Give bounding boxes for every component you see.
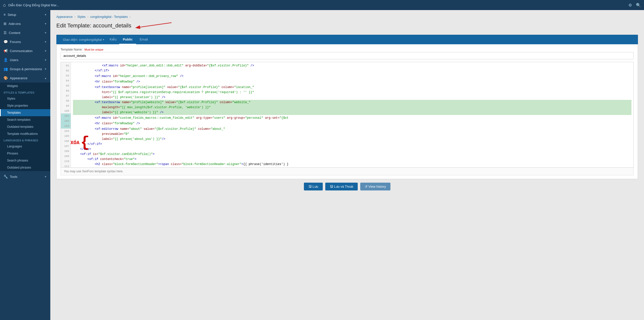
- sidebar-item-tools[interactable]: 🔧Tools ▼: [0, 172, 50, 181]
- search-icon[interactable]: 🔍: [636, 3, 641, 8]
- save-exit-button[interactable]: 🖫 Lưu và Thoát: [325, 183, 358, 190]
- page-title: Edit Template: account_details: [56, 22, 131, 29]
- sidebar-item-search-phrases[interactable]: Search phrases: [0, 157, 50, 164]
- template-name-input[interactable]: [61, 52, 634, 59]
- code-line: <xf:editorrow name="about" value="{$xf.v…: [73, 127, 631, 132]
- appearance-icon: 🎨: [4, 76, 8, 80]
- code-line: <hr class="formRowSep" />: [73, 121, 631, 126]
- code-line: <xf:macro id="custom_fields_macros::cust…: [73, 115, 631, 121]
- chevron-icon: ▼: [44, 50, 47, 52]
- sidebar-item-users[interactable]: 👤Users ▼: [0, 55, 50, 64]
- hint-text: You may use XenForo template syntax here…: [61, 168, 634, 175]
- code-content[interactable]: <xf:macro id="helper_user_dob_edit::dob_…: [71, 62, 633, 167]
- code-line: <div class="block-body">: [73, 167, 631, 167]
- logo-icon: ⌂: [3, 3, 6, 8]
- template-name-row: Template Name: Must be unique: [61, 48, 634, 59]
- view-history-button[interactable]: ↺ View history: [360, 183, 390, 190]
- top-icons: ⚙ 🔍: [628, 3, 641, 8]
- form-container: Template Name: Must be unique XÓA { 9192…: [56, 44, 638, 179]
- tab-interface[interactable]: Giao diện: congdongdigital ▾: [59, 35, 108, 44]
- arrow-annotation: [134, 21, 174, 31]
- code-lines: 9192939495 96979899100 101 102 103 10410…: [61, 62, 633, 167]
- code-line: maxlength="{{ max_length($xf.visitor.Pro…: [73, 105, 631, 110]
- content-area: Appearance › Styles › congdongdigital - …: [50, 10, 644, 320]
- sidebar-item-outdated-phrases[interactable]: Outdated phrases: [0, 164, 50, 171]
- code-line: <xf:macro id="helper_account::dob_privac…: [73, 74, 631, 79]
- chevron-icon: ▼: [44, 22, 47, 25]
- tab-public[interactable]: Public: [119, 35, 136, 44]
- groups-icon: 👥: [4, 67, 8, 71]
- sidebar-item-content[interactable]: ☰Content ▼: [0, 28, 50, 37]
- sidebar-item-appearance[interactable]: 🎨Appearance ▲: [0, 73, 50, 83]
- topbar: ⌂ Diễn Đàn Cộng Đồng Digital Mar... ⚙ 🔍: [0, 0, 644, 10]
- sidebar-item-template-modifications[interactable]: Template modifications: [0, 130, 50, 137]
- sidebar-item-communication[interactable]: 📢Communication ▼: [0, 46, 50, 55]
- code-editor[interactable]: XÓA { 9192939495 96979899100 101 102 103…: [61, 62, 634, 168]
- action-bar: 🖫 Lưu 🖫 Lưu và Thoát ↺ View history: [56, 179, 638, 194]
- tab-email[interactable]: Email: [136, 35, 151, 44]
- code-line: </xf:if>: [73, 142, 631, 147]
- breadcrumb-appearance[interactable]: Appearance: [56, 15, 73, 19]
- breadcrumb-templates[interactable]: congdongdigital - Templates: [90, 15, 128, 19]
- sidebar-item-forums[interactable]: 💬Forums ▼: [0, 37, 50, 46]
- code-line: label="{{ phrase('about_you') }}"/>: [73, 137, 631, 142]
- code-line: <xf:if is="$xf.visitor.canEditProfile()"…: [73, 152, 631, 157]
- chevron-down-icon: ▾: [103, 38, 104, 41]
- code-line: <h2 class="block-formSectionHeader"><spa…: [73, 162, 631, 167]
- main-layout: ≡Setup ▼ ⊞Add-ons ▼ ☰Content ▼ 💬Forums ▼…: [0, 10, 644, 320]
- forums-icon: 💬: [4, 40, 8, 44]
- template-name-label: Template Name: Must be unique: [61, 48, 634, 51]
- sidebar-item-addons[interactable]: ⊞Add-ons ▼: [0, 19, 50, 28]
- line-numbers: 9192939495 96979899100 101 102 103 10410…: [61, 62, 71, 167]
- code-line: <xf:macro id="helper_user_dob_edit::dob_…: [73, 63, 631, 68]
- xoa-brace: {: [80, 135, 90, 150]
- code-line: label="{{ phrase('location') }}" />: [73, 95, 631, 100]
- tools-icon: 🔧: [4, 175, 8, 179]
- languages-group-label: Languages & phrases: [0, 137, 50, 143]
- code-line: <xf:if contentcheck="true">: [73, 157, 631, 162]
- sidebar-item-groups[interactable]: 👥Groups & permissions ▼: [0, 64, 50, 73]
- sidebar-item-setup[interactable]: ≡Setup ▼: [0, 10, 50, 19]
- sidebar-item-widgets[interactable]: Widgets: [0, 83, 50, 90]
- code-line: </div>: [73, 147, 631, 152]
- type-label: Kiểu:: [108, 35, 119, 44]
- chevron-icon: ▼: [44, 175, 47, 178]
- chevron-icon: ▼: [44, 59, 47, 61]
- required-hint: Must be unique: [85, 48, 103, 51]
- code-line: <hr class="formRowSep" />: [73, 79, 631, 84]
- chevron-icon: ▼: [44, 31, 47, 34]
- sidebar-item-search-templates[interactable]: Search templates: [0, 116, 50, 123]
- site-title: Diễn Đàn Cộng Đồng Digital Mar...: [8, 3, 628, 7]
- settings-icon[interactable]: ⚙: [628, 3, 632, 8]
- sidebar-item-languages[interactable]: Languages: [0, 143, 50, 150]
- chevron-up-icon: ▲: [44, 77, 47, 79]
- content-icon: ☰: [4, 31, 7, 35]
- styles-group-label: Styles & templates: [0, 90, 50, 95]
- xoa-annotation: XÓA {: [70, 135, 90, 150]
- chevron-icon: ▼: [44, 41, 47, 43]
- code-line: hint="{{ $xf.options.registrationSetup.r…: [73, 90, 631, 95]
- sidebar-item-templates[interactable]: Templates: [0, 109, 50, 116]
- chevron-icon: ▼: [44, 68, 47, 70]
- page-title-row: Edit Template: account_details: [56, 21, 638, 31]
- code-line: label="{{ phrase('website') }}" />: [73, 110, 631, 115]
- chevron-icon: ▼: [44, 13, 47, 16]
- sidebar-item-outdated-templates[interactable]: Outdated templates: [0, 123, 50, 130]
- breadcrumb-styles[interactable]: Styles: [77, 15, 86, 19]
- save-button[interactable]: 🖫 Lưu: [304, 183, 323, 190]
- users-icon: 👤: [4, 58, 8, 62]
- code-line: <xf:textboxrow name="profile[website]" v…: [73, 100, 631, 105]
- code-line: previewable="0": [73, 132, 631, 137]
- interface-label: Giao diện: congdongdigital: [63, 38, 102, 42]
- breadcrumb: Appearance › Styles › congdongdigital - …: [56, 15, 638, 19]
- sidebar: ≡Setup ▼ ⊞Add-ons ▼ ☰Content ▼ 💬Forums ▼…: [0, 10, 50, 320]
- code-line: </xf:if>: [73, 68, 631, 73]
- sidebar-item-styles[interactable]: Styles: [0, 95, 50, 102]
- tabs-bar: Giao diện: congdongdigital ▾ Kiểu: Publi…: [56, 35, 638, 44]
- addons-icon: ⊞: [4, 22, 7, 26]
- svg-line-0: [136, 23, 172, 28]
- sidebar-item-style-properties[interactable]: Style properties: [0, 102, 50, 109]
- sidebar-item-phrases[interactable]: Phrases: [0, 150, 50, 157]
- xoa-text: XÓA: [70, 140, 79, 146]
- setup-icon: ≡: [4, 13, 6, 17]
